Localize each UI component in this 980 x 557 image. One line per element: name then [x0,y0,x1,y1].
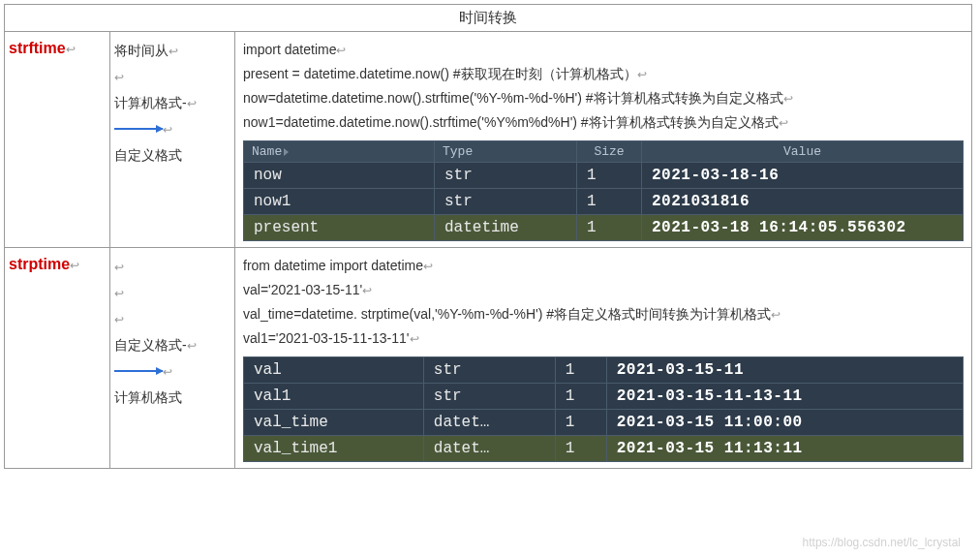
function-name: strftime [9,40,66,56]
time-conversion-table: 时间转换 strftime↩ 将时间从↩ ↩ 计算机格式-↩ ↩ 自定义格式 i… [4,4,972,469]
var-size: 1 [555,436,606,462]
var-value: 2021031816 [642,189,964,215]
table-row: val1str12021-03-15-11-13-11 [244,384,964,410]
var-size: 1 [577,163,642,189]
var-value: 2021-03-18 16:14:05.556302 [642,215,964,241]
table-row: nowstr12021-03-18-16 [244,163,964,189]
var-value: 2021-03-15 11:00:00 [606,410,963,436]
var-size: 1 [577,189,642,215]
code-cell-strptime: from datetime import datetime↩ val='2021… [235,248,972,469]
var-name: now [244,163,435,189]
code-cell-strftime: import datetime↩ present = datetime.date… [235,32,972,248]
var-type: str [423,384,555,410]
desc-cell-strftime: 将时间从↩ ↩ 计算机格式-↩ ↩ 自定义格式 [110,32,235,248]
var-name: val [244,357,424,384]
var-type: datet… [423,410,555,436]
code-line: now1=datetime.datetime.now().strftime('%… [243,114,779,130]
var-name: present [244,215,435,241]
var-size: 1 [555,410,606,436]
var-header-size: Size [577,141,642,163]
var-value: 2021-03-15 11:13:11 [606,436,963,462]
table-row: valstr12021-03-15-11 [244,357,964,384]
code-line: now=datetime.datetime.now().strftime('%Y… [243,90,783,106]
var-size: 1 [577,215,642,241]
arrow-icon [114,370,163,372]
variable-inspector-table: Name Type Size Value nowstr12021-03-18-1… [243,140,964,241]
table-title: 时间转换 [5,5,972,32]
var-value: 2021-03-15-11 [606,357,963,384]
var-type: datet… [423,436,555,462]
var-name: val1 [244,384,424,410]
var-header-name: Name [244,141,435,163]
code-line: import datetime [243,42,336,57]
desc-text: 计算机格式- [114,95,187,110]
variable-inspector-table: valstr12021-03-15-11val1str12021-03-15-1… [243,356,964,462]
function-name: strptime [9,256,70,272]
var-type: str [423,357,555,384]
desc-cell-strptime: ↩ ↩ ↩ 自定义格式-↩ ↩ 计算机格式 [110,248,235,469]
func-cell-strptime: strptime↩ [5,248,110,469]
code-line: val_time=datetime. strptime(val,'%Y-%m-%… [243,306,771,322]
desc-text: 自定义格式- [114,337,187,353]
table-row: presentdatetime12021-03-18 16:14:05.5563… [244,215,964,241]
var-header-type: Type [435,141,577,163]
code-line: val1='2021-03-15-11-13-11' [243,330,410,346]
var-size: 1 [555,357,606,384]
var-name: now1 [244,189,435,215]
code-line: present = datetime.datetime.now() #获取现在时… [243,66,637,81]
var-type: str [435,163,577,189]
arrow-icon [114,128,163,130]
desc-text: 计算机格式 [114,389,182,405]
func-cell-strftime: strftime↩ [5,32,110,248]
sort-icon [284,148,289,156]
var-name: val_time1 [244,436,424,462]
table-row: val_time1datet…12021-03-15 11:13:11 [244,436,964,462]
var-value: 2021-03-18-16 [642,163,964,189]
desc-text: 将时间从 [114,43,168,58]
table-row: now1str12021031816 [244,189,964,215]
var-type: str [435,189,577,215]
var-name: val_time [244,410,424,436]
var-value: 2021-03-15-11-13-11 [606,384,963,410]
var-header-value: Value [642,141,964,163]
var-type: datetime [435,215,577,241]
code-line: val='2021-03-15-11' [243,282,362,297]
desc-text: 自定义格式 [114,147,182,163]
code-line: from datetime import datetime [243,258,423,273]
var-size: 1 [555,384,606,410]
table-row: val_timedatet…12021-03-15 11:00:00 [244,410,964,436]
